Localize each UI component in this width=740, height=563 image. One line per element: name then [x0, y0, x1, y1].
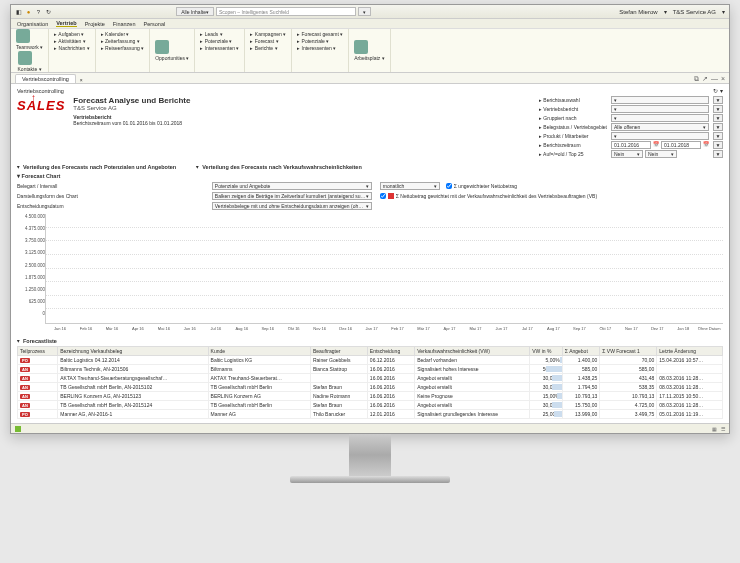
- help-icon[interactable]: ?: [35, 8, 42, 15]
- ribbon-forecast gesamt[interactable]: ▸ Forecast gesamt ▾: [297, 31, 343, 37]
- ribbon-arbeitsplatz[interactable]: Arbeitsplatz ▾: [354, 55, 385, 61]
- filter-label: ▸ Gruppiert nach: [539, 115, 607, 121]
- filter-select[interactable]: ▾: [611, 114, 709, 122]
- calendar-icon[interactable]: 📅: [703, 141, 709, 149]
- bell-icon[interactable]: ●: [25, 8, 32, 15]
- column-header[interactable]: Letzte Änderung: [657, 347, 723, 356]
- column-header[interactable]: Beauftragter: [310, 347, 367, 356]
- table-row[interactable]: ANTB Gesellschaft mbH Berlin, AN-2015102…: [18, 383, 723, 392]
- ribbon-kontakte[interactable]: Kontakte ▾: [18, 66, 42, 72]
- filter-select[interactable]: ▾: [611, 105, 709, 113]
- filter-button[interactable]: ▼: [713, 123, 723, 131]
- search-dropdown[interactable]: ▾: [358, 7, 371, 16]
- filter-button[interactable]: ▼: [713, 141, 723, 149]
- column-header[interactable]: Kunde: [208, 347, 310, 356]
- ribbon-teamwork[interactable]: Teamwork ▾: [16, 44, 43, 50]
- ribbon-interessenten[interactable]: ▸ Interessenten ▾: [297, 45, 343, 51]
- ribbon-kampagnen[interactable]: ▸ Kampagnen ▾: [250, 31, 286, 37]
- checkbox-unweighted[interactable]: [446, 183, 452, 189]
- table-row[interactable]: POBaltic Logistics 04.12.2014Baltic Logi…: [18, 356, 723, 365]
- table-row[interactable]: ANTB Gesellschaft mbH Berlin, AN-2015124…: [18, 401, 723, 410]
- menu-vertrieb[interactable]: Vertrieb: [56, 20, 76, 27]
- workplace-icon[interactable]: [354, 40, 368, 54]
- config-select[interactable]: Vertriebsbelege mit und ohne Entscheidun…: [212, 202, 372, 210]
- ribbon-potenziale[interactable]: ▸ Potenziale ▾: [200, 38, 239, 44]
- view-list-icon[interactable]: ☰: [721, 426, 725, 432]
- tab-vertriebscontrolling[interactable]: Vertriebscontrolling: [15, 74, 76, 83]
- column-header[interactable]: Verkaufswahrscheinlichkeit (VW): [415, 347, 530, 356]
- filter-label: ▸ Produkt / Mitarbeiter: [539, 133, 607, 139]
- menu-finanzen[interactable]: Finanzen: [113, 21, 136, 27]
- company-name[interactable]: T&S Service AG: [673, 9, 716, 15]
- process-badge: AN: [20, 367, 30, 372]
- filter-button[interactable]: ▼: [713, 150, 723, 158]
- section-distribution-potentials[interactable]: Verteilung des Forecasts nach Potenziale…: [17, 164, 176, 170]
- copy-icon[interactable]: ⧉: [694, 75, 699, 83]
- expand-icon[interactable]: ↗: [702, 75, 708, 83]
- table-row[interactable]: ANAKTAX Treuhand-Steuerberatungsgesellsc…: [18, 374, 723, 383]
- refresh-icon[interactable]: ↻: [45, 8, 52, 15]
- ribbon-aufgaben[interactable]: ▸ Aufgaben ▾: [54, 31, 89, 37]
- config-select[interactable]: Potenziale und Angebote▾: [212, 182, 372, 190]
- column-header[interactable]: Bezeichnung Verkaufsbeleg: [58, 347, 208, 356]
- ribbon-zeiterfassung[interactable]: ▸ Zeiterfassung ▾: [101, 38, 145, 44]
- column-header[interactable]: VW in %: [530, 347, 562, 356]
- ribbon-berichte[interactable]: ▸ Berichte ▾: [250, 45, 286, 51]
- config-select[interactable]: Balken zeigen die Beträge im Zeitverlauf…: [212, 192, 372, 200]
- filter-select[interactable]: Nein▾: [611, 150, 643, 158]
- date-from-input[interactable]: 01.01.2016: [611, 141, 651, 149]
- column-header[interactable]: Σ Angebot: [562, 347, 600, 356]
- menu-icon[interactable]: ◧: [15, 8, 22, 15]
- process-badge: AN: [20, 385, 30, 390]
- forecast-chart-label: ▾ Forecast Chart: [17, 173, 723, 179]
- ribbon-reiseerfassung[interactable]: ▸ Reiseerfassung ▾: [101, 45, 145, 51]
- process-badge: AN: [20, 376, 30, 381]
- menu-organisation[interactable]: Organisation: [17, 21, 48, 27]
- ribbon-kalender[interactable]: ▸ Kalender ▾: [101, 31, 145, 37]
- filter-button[interactable]: ▼: [713, 105, 723, 113]
- panel-tool-icon[interactable]: ▾: [720, 88, 723, 94]
- filter-button[interactable]: ▼: [713, 114, 723, 122]
- tab-close-icon[interactable]: ×: [80, 77, 83, 83]
- panel-tool-icon[interactable]: ↻: [713, 88, 718, 94]
- page-subtitle: T&S Service AG: [73, 105, 190, 111]
- ribbon-interessenten[interactable]: ▸ Interessenten ▾: [200, 45, 239, 51]
- minimize-icon[interactable]: —: [711, 75, 718, 83]
- config-select-interval[interactable]: monatlich▾: [380, 182, 440, 190]
- page-title: Forecast Analyse und Berichte: [73, 96, 190, 105]
- ribbon-opportunities[interactable]: Opportunities ▾: [155, 55, 189, 61]
- window-close-icon[interactable]: ×: [721, 75, 725, 83]
- calendar-icon[interactable]: 📅: [653, 141, 659, 149]
- column-header[interactable]: Σ VW Forecast 1: [600, 347, 657, 356]
- global-search-input[interactable]: Scopen – Intelligentes Suchfeld: [216, 7, 356, 16]
- ribbon-forecast[interactable]: ▸ Forecast ▾: [250, 38, 286, 44]
- teamwork-icon[interactable]: [16, 29, 30, 43]
- filter-select[interactable]: ▾: [611, 96, 709, 104]
- menu-projekte[interactable]: Projekte: [85, 21, 105, 27]
- contacts-icon[interactable]: [18, 51, 32, 65]
- table-row[interactable]: ANBiltmanns Technik, AN-201506BiltmannsB…: [18, 365, 723, 374]
- user-name[interactable]: Stefan Mierow: [619, 9, 657, 15]
- section-forecastliste[interactable]: Forecastliste: [17, 338, 723, 344]
- filter-select[interactable]: ▾: [611, 132, 709, 140]
- ribbon-potenziale[interactable]: ▸ Potenziale ▾: [297, 38, 343, 44]
- filter-select[interactable]: Nein▾: [645, 150, 677, 158]
- view-grid-icon[interactable]: ▦: [712, 426, 717, 432]
- filter-select[interactable]: Alle offenen▾: [611, 123, 709, 131]
- table-row[interactable]: POManner AG, AN-2016-1Manner AGThilo Bar…: [18, 410, 723, 419]
- column-header[interactable]: Entscheidung: [367, 347, 414, 356]
- process-badge: AN: [20, 403, 30, 408]
- table-row[interactable]: ANBERLING Konzern AG, AN-2015123BERLING …: [18, 392, 723, 401]
- filter-button[interactable]: ▼: [713, 132, 723, 140]
- date-to-input[interactable]: 01.01.2018: [661, 141, 701, 149]
- filter-button[interactable]: ▼: [713, 96, 723, 104]
- column-header[interactable]: Teilprozess: [18, 347, 58, 356]
- opps-icon[interactable]: [155, 40, 169, 54]
- section-distribution-probability[interactable]: Verteilung des Forecasts nach Verkaufswa…: [196, 164, 362, 170]
- checkbox-weighted[interactable]: [380, 193, 386, 199]
- ribbon-leads[interactable]: ▸ Leads ▾: [200, 31, 239, 37]
- menu-personal[interactable]: Personal: [144, 21, 166, 27]
- ribbon-aktivitäten[interactable]: ▸ Aktivitäten ▾: [54, 38, 89, 44]
- content-scope-dropdown[interactable]: Alle Inhalte ▾: [176, 7, 214, 16]
- ribbon-nachrichten[interactable]: ▸ Nachrichten ▾: [54, 45, 89, 51]
